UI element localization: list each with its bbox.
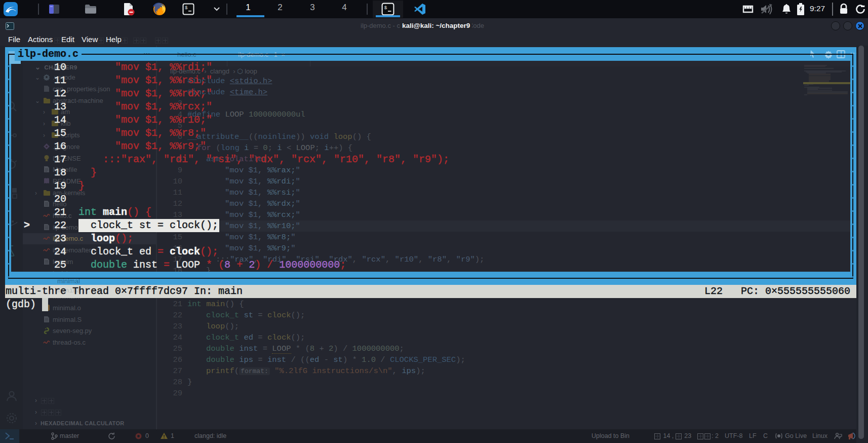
svg-text:$: $ — [185, 6, 188, 11]
svg-text:$: $ — [384, 5, 387, 11]
